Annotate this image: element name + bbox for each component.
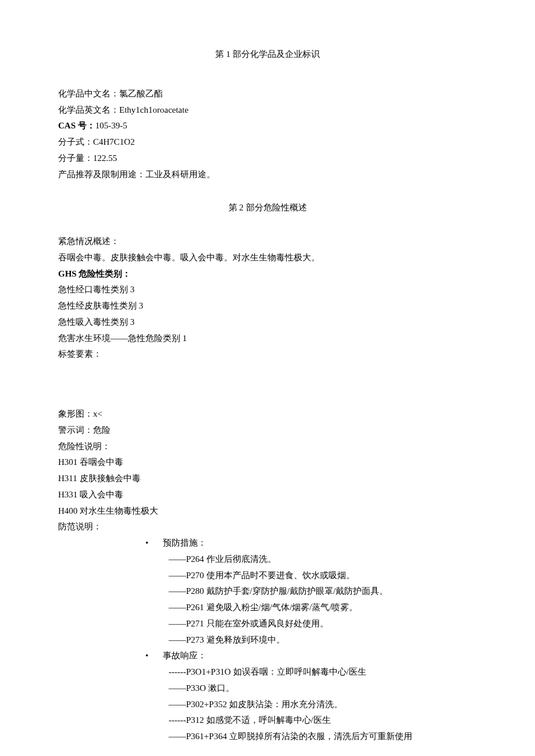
ghs-label-suffix: 危险性类别： (77, 269, 131, 278)
bullet-icon: • (145, 648, 163, 664)
prevention-item: ——P271 只能在室外或通风良好处使用。 (58, 616, 477, 632)
formula-value: C4H7C1O2 (93, 137, 135, 146)
chemical-name-en: 化学品英文名：Ethy1ch1oroacetate (58, 102, 477, 119)
ghs-category-item: 急性吸入毒性类别 3 (58, 314, 477, 331)
name-en-value: Ethy1ch1oroacetate (119, 105, 188, 114)
ghs-category-item: 急性经口毒性类别 3 (58, 282, 477, 298)
ghs-category-item: 急性经皮肤毒性类别 3 (58, 298, 477, 314)
ghs-category-label: GHS 危险性类别： (58, 266, 477, 282)
cas-label-suffix: 号： (76, 121, 95, 130)
hazard-statement: H301 吞咽会中毒 (58, 454, 477, 471)
prevention-item: ——P280 戴防护手套/穿防护服/戴防护眼罩/戴防护面具。 (58, 583, 477, 600)
hazard-statement: H331 吸入会中毒 (58, 487, 477, 503)
cas-value: 105-39-5 (95, 121, 127, 130)
molecular-formula: 分子式：C4H7C1O2 (58, 134, 477, 151)
prevention-title: •预防措施： (58, 535, 477, 551)
response-item: ------P312 如感觉不适，呼叫解毒中心/医生 (58, 712, 477, 729)
prevention-title-text: 预防措施： (163, 538, 206, 547)
signal-value: 危险 (93, 425, 110, 435)
usage-value: 工业及科研用途。 (145, 170, 215, 179)
molecular-weight: 分子量：122.55 (58, 151, 477, 167)
response-item: ——P361+P364 立即脱掉所有沾染的衣服，清洗后方可重新使用 (58, 729, 477, 745)
chemical-name-cn: 化学品中文名：氯乙酸乙酯 (58, 86, 477, 102)
hazard-label: 危险性说明： (58, 439, 477, 455)
prevention-item: ——P261 避免吸入粉尘/烟/气体/烟雾/蒸气/喷雾。 (58, 600, 477, 616)
response-item: ------P3O1+P31O 如误吞咽：立即呼叫解毒中心/医生 (58, 664, 477, 680)
weight-value: 122.55 (93, 153, 117, 163)
hazard-statement: H400 对水生生物毒性极大 (58, 503, 477, 519)
cas-label: CAS (58, 121, 76, 130)
response-title-text: 事故响应： (163, 651, 206, 660)
response-title: •事故响应： (58, 648, 477, 664)
section-2-title: 第 2 部分危险性概述 (58, 200, 477, 216)
signal-word: 警示词：危险 (58, 422, 477, 439)
response-item: ——P302+P352 如皮肤沾染：用水充分清洗。 (58, 697, 477, 713)
ghs-label: GHS (58, 269, 77, 278)
weight-label: 分子量： (58, 153, 93, 163)
bullet-icon: • (145, 535, 163, 551)
signal-label: 警示词： (58, 425, 93, 435)
name-en-label: 化学品英文名： (58, 105, 119, 114)
pictogram-label: 象形图： (58, 409, 93, 418)
pictogram-value: x< (93, 409, 102, 418)
prevention-item: ——P270 使用本产品时不要进食、饮水或吸烟。 (58, 568, 477, 584)
name-cn-value: 氯乙酸乙酯 (119, 89, 163, 98)
precaution-label: 防范说明： (58, 519, 477, 535)
prevention-item: ——P273 避免释放到环境中。 (58, 632, 477, 648)
hazard-statement: H311 皮肤接触会中毒 (58, 471, 477, 487)
ghs-category-item: 危害水生环境——急性危险类别 1 (58, 331, 477, 347)
response-item: ——P33O 漱口。 (58, 680, 477, 697)
label-elements: 标签要素： (58, 346, 477, 363)
product-usage: 产品推荐及限制用途：工业及科研用途。 (58, 167, 477, 183)
cas-number: CAS 号：105-39-5 (58, 118, 477, 134)
emergency-desc: 吞咽会中毒。皮肤接触会中毒。吸入会中毒。对水生生物毒性极大。 (58, 250, 477, 266)
name-cn-label: 化学品中文名： (58, 89, 119, 98)
prevention-item: ——P264 作业后彻底清洗。 (58, 551, 477, 568)
blank-space (58, 363, 477, 406)
emergency-label: 紧急情况概述： (58, 234, 477, 250)
section-1-title: 第 1 部分化学品及企业标识 (58, 46, 477, 63)
usage-label: 产品推荐及限制用途： (58, 170, 145, 179)
formula-label: 分子式： (58, 137, 93, 146)
pictogram: 象形图：x< (58, 406, 477, 422)
